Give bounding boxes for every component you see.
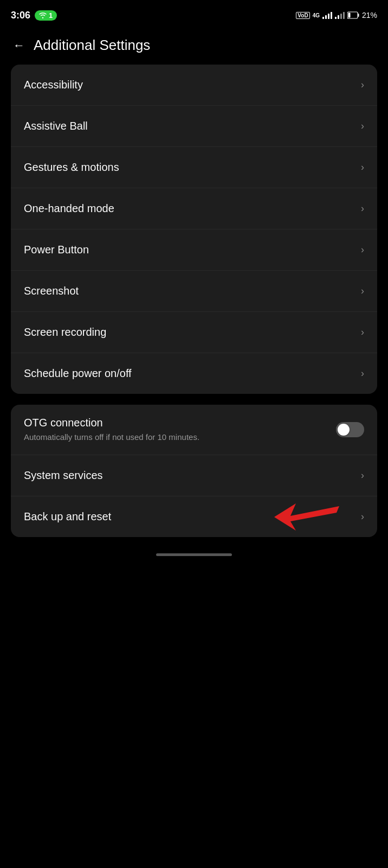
second-settings-card: OTG connection Automatically turns off i… bbox=[11, 405, 377, 537]
screen-recording-label: Screen recording bbox=[24, 326, 106, 339]
battery-icon bbox=[347, 11, 359, 19]
svg-rect-2 bbox=[358, 14, 359, 17]
toggle-knob bbox=[338, 424, 350, 436]
header: ← Additional Settings bbox=[0, 28, 388, 65]
network-icon: 4G bbox=[313, 12, 320, 18]
system-services-item[interactable]: System services › bbox=[11, 455, 377, 496]
wifi-badge: 1 bbox=[35, 10, 57, 21]
chevron-icon: › bbox=[361, 244, 364, 256]
main-settings-card: Accessibility › Assistive Ball › Gesture… bbox=[11, 65, 377, 394]
backup-reset-label: Back up and reset bbox=[24, 510, 111, 523]
chevron-icon: › bbox=[361, 511, 364, 522]
back-button[interactable]: ← bbox=[13, 39, 25, 53]
svg-rect-1 bbox=[348, 13, 350, 18]
one-handed-mode-label: One-handed mode bbox=[24, 202, 114, 215]
chevron-icon: › bbox=[361, 162, 364, 173]
chevron-icon: › bbox=[361, 368, 364, 379]
chevron-icon: › bbox=[361, 79, 364, 91]
battery-text: 21% bbox=[362, 11, 377, 20]
power-button-item[interactable]: Power Button › bbox=[11, 229, 377, 271]
screen-recording-item[interactable]: Screen recording › bbox=[11, 312, 377, 353]
page-title: Additional Settings bbox=[34, 37, 150, 54]
status-right: VoD 4G 21% bbox=[296, 11, 377, 20]
accessibility-item[interactable]: Accessibility › bbox=[11, 65, 377, 106]
chevron-icon: › bbox=[361, 285, 364, 297]
status-bar: 3:06 1 VoD 4G bbox=[0, 0, 388, 28]
assistive-ball-item[interactable]: Assistive Ball › bbox=[11, 106, 377, 147]
otg-text-block: OTG connection Automatically turns off i… bbox=[24, 417, 336, 443]
red-arrow-annotation bbox=[274, 501, 345, 533]
otg-subtitle: Automatically turns off if not used for … bbox=[24, 431, 327, 443]
signal-bars-2 bbox=[335, 11, 345, 19]
schedule-power-item[interactable]: Schedule power on/off › bbox=[11, 353, 377, 394]
chevron-icon: › bbox=[361, 470, 364, 481]
otg-toggle[interactable] bbox=[336, 422, 364, 437]
otg-connection-item[interactable]: OTG connection Automatically turns off i… bbox=[11, 405, 377, 455]
chevron-icon: › bbox=[361, 120, 364, 132]
screenshot-label: Screenshot bbox=[24, 285, 79, 297]
status-left: 3:06 1 bbox=[11, 10, 57, 21]
volte-icon: VoD bbox=[296, 12, 309, 19]
schedule-power-label: Schedule power on/off bbox=[24, 367, 132, 380]
home-indicator bbox=[156, 553, 232, 556]
status-time: 3:06 bbox=[11, 10, 30, 21]
gestures-motions-item[interactable]: Gestures & motions › bbox=[11, 147, 377, 188]
svg-marker-3 bbox=[274, 503, 339, 531]
power-button-label: Power Button bbox=[24, 244, 89, 256]
chevron-icon: › bbox=[361, 327, 364, 338]
assistive-ball-label: Assistive Ball bbox=[24, 120, 88, 132]
screenshot-item[interactable]: Screenshot › bbox=[11, 271, 377, 312]
otg-title: OTG connection bbox=[24, 417, 327, 429]
backup-reset-item[interactable]: Back up and reset › bbox=[11, 496, 377, 537]
wifi-icon bbox=[39, 12, 47, 18]
one-handed-mode-item[interactable]: One-handed mode › bbox=[11, 188, 377, 229]
gestures-motions-label: Gestures & motions bbox=[24, 161, 119, 174]
signal-bars-1 bbox=[322, 11, 332, 19]
chevron-icon: › bbox=[361, 203, 364, 214]
accessibility-label: Accessibility bbox=[24, 79, 83, 91]
system-services-label: System services bbox=[24, 469, 103, 482]
wifi-count: 1 bbox=[49, 11, 53, 20]
